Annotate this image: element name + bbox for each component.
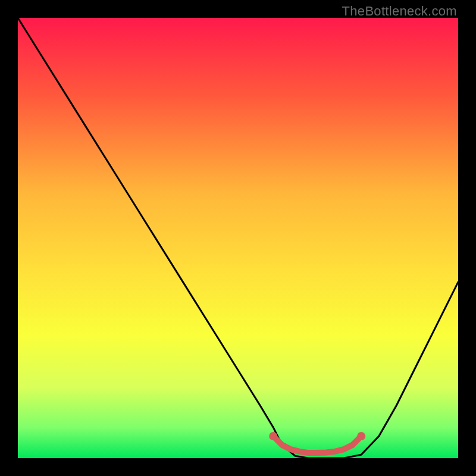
chart-frame bbox=[18, 18, 458, 458]
watermark-text: TheBottleneck.com bbox=[342, 4, 457, 19]
chart-svg bbox=[18, 18, 458, 458]
gradient-background bbox=[18, 18, 458, 458]
marker-dot bbox=[357, 432, 365, 440]
marker-dot bbox=[269, 432, 277, 440]
